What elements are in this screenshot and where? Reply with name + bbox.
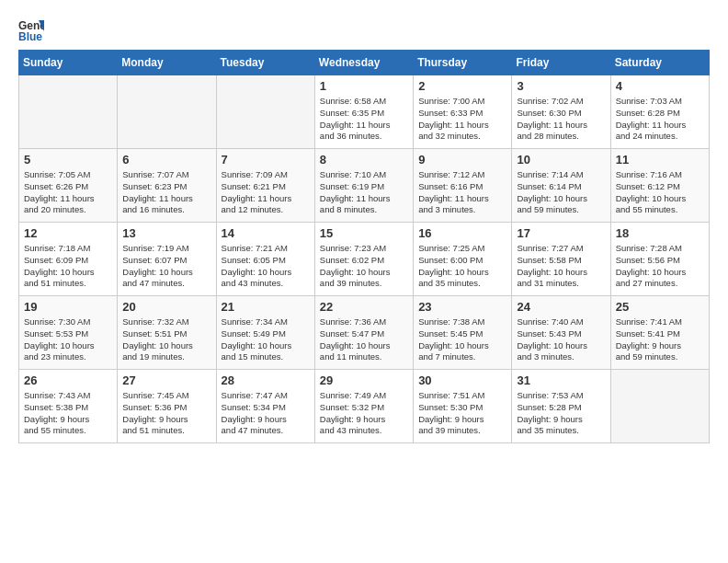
day-number: 11: [616, 153, 704, 167]
day-number: 25: [616, 300, 704, 314]
day-info: Sunrise: 7:07 AM Sunset: 6:23 PM Dayligh…: [122, 169, 210, 216]
calendar-cell: 21Sunrise: 7:34 AM Sunset: 5:49 PM Dayli…: [216, 296, 314, 370]
day-number: 14: [222, 226, 310, 240]
calendar-cell: 14Sunrise: 7:21 AM Sunset: 6:05 PM Dayli…: [216, 223, 314, 296]
logo: General Blue: [18, 17, 48, 42]
day-info: Sunrise: 7:53 AM Sunset: 5:28 PM Dayligh…: [517, 390, 605, 437]
day-info: Sunrise: 7:03 AM Sunset: 6:28 PM Dayligh…: [616, 96, 704, 143]
day-info: Sunrise: 7:25 AM Sunset: 6:00 PM Dayligh…: [418, 243, 506, 290]
calendar-cell: 6Sunrise: 7:07 AM Sunset: 6:23 PM Daylig…: [118, 149, 216, 223]
day-number: 19: [24, 300, 112, 314]
day-number: 21: [222, 300, 310, 314]
day-number: 6: [122, 153, 210, 167]
day-number: 16: [418, 226, 506, 240]
day-info: Sunrise: 7:36 AM Sunset: 5:47 PM Dayligh…: [320, 316, 408, 363]
day-number: 29: [320, 373, 408, 387]
day-number: 10: [517, 153, 605, 167]
day-info: Sunrise: 7:21 AM Sunset: 6:05 PM Dayligh…: [222, 243, 310, 290]
day-number: 2: [418, 79, 506, 93]
day-info: Sunrise: 7:45 AM Sunset: 5:36 PM Dayligh…: [122, 390, 210, 437]
day-info: Sunrise: 7:19 AM Sunset: 6:07 PM Dayligh…: [122, 243, 210, 290]
day-number: 7: [222, 153, 310, 167]
calendar-cell: [216, 75, 314, 149]
calendar-cell: 5Sunrise: 7:05 AM Sunset: 6:26 PM Daylig…: [19, 149, 118, 223]
weekday-header-friday: Friday: [512, 51, 610, 75]
day-info: Sunrise: 7:40 AM Sunset: 5:43 PM Dayligh…: [517, 316, 605, 363]
week-row-2: 5Sunrise: 7:05 AM Sunset: 6:26 PM Daylig…: [19, 149, 710, 223]
weekday-header-sunday: Sunday: [19, 51, 118, 75]
day-info: Sunrise: 7:23 AM Sunset: 6:02 PM Dayligh…: [320, 243, 408, 290]
day-info: Sunrise: 7:51 AM Sunset: 5:30 PM Dayligh…: [418, 390, 506, 437]
day-info: Sunrise: 7:27 AM Sunset: 5:58 PM Dayligh…: [517, 243, 605, 290]
day-number: 27: [122, 373, 210, 387]
day-info: Sunrise: 7:14 AM Sunset: 6:14 PM Dayligh…: [517, 169, 605, 216]
calendar-cell: 7Sunrise: 7:09 AM Sunset: 6:21 PM Daylig…: [216, 149, 314, 223]
day-info: Sunrise: 7:49 AM Sunset: 5:32 PM Dayligh…: [320, 390, 408, 437]
weekday-header-tuesday: Tuesday: [216, 51, 314, 75]
calendar-cell: 12Sunrise: 7:18 AM Sunset: 6:09 PM Dayli…: [19, 223, 118, 296]
calendar-cell: 10Sunrise: 7:14 AM Sunset: 6:14 PM Dayli…: [512, 149, 610, 223]
day-number: 12: [24, 226, 112, 240]
day-number: 13: [122, 226, 210, 240]
calendar-cell: 27Sunrise: 7:45 AM Sunset: 5:36 PM Dayli…: [118, 370, 216, 443]
day-info: Sunrise: 7:34 AM Sunset: 5:49 PM Dayligh…: [222, 316, 310, 363]
day-info: Sunrise: 7:10 AM Sunset: 6:19 PM Dayligh…: [320, 169, 408, 216]
day-info: Sunrise: 7:16 AM Sunset: 6:12 PM Dayligh…: [616, 169, 704, 216]
logo-icon: General Blue: [18, 17, 44, 42]
calendar-cell: 29Sunrise: 7:49 AM Sunset: 5:32 PM Dayli…: [314, 370, 413, 443]
calendar-cell: 16Sunrise: 7:25 AM Sunset: 6:00 PM Dayli…: [414, 223, 512, 296]
week-row-1: 1Sunrise: 6:58 AM Sunset: 6:35 PM Daylig…: [19, 75, 710, 149]
day-number: 31: [517, 373, 605, 387]
weekday-header-thursday: Thursday: [414, 51, 512, 75]
day-info: Sunrise: 7:47 AM Sunset: 5:34 PM Dayligh…: [222, 390, 310, 437]
day-number: 23: [418, 300, 506, 314]
calendar-cell: 3Sunrise: 7:02 AM Sunset: 6:30 PM Daylig…: [512, 75, 610, 149]
day-number: 18: [616, 226, 704, 240]
day-info: Sunrise: 7:05 AM Sunset: 6:26 PM Dayligh…: [24, 169, 112, 216]
day-number: 8: [320, 153, 408, 167]
calendar-cell: 22Sunrise: 7:36 AM Sunset: 5:47 PM Dayli…: [314, 296, 413, 370]
calendar-cell: 28Sunrise: 7:47 AM Sunset: 5:34 PM Dayli…: [216, 370, 314, 443]
day-number: 22: [320, 300, 408, 314]
week-row-5: 26Sunrise: 7:43 AM Sunset: 5:38 PM Dayli…: [19, 370, 710, 443]
day-number: 4: [616, 79, 704, 93]
calendar-cell: [610, 370, 709, 443]
calendar-cell: [118, 75, 216, 149]
calendar-cell: 13Sunrise: 7:19 AM Sunset: 6:07 PM Dayli…: [118, 223, 216, 296]
day-number: 1: [320, 79, 408, 93]
calendar-cell: 9Sunrise: 7:12 AM Sunset: 6:16 PM Daylig…: [414, 149, 512, 223]
week-row-3: 12Sunrise: 7:18 AM Sunset: 6:09 PM Dayli…: [19, 223, 710, 296]
calendar-cell: 23Sunrise: 7:38 AM Sunset: 5:45 PM Dayli…: [414, 296, 512, 370]
page: General Blue SundayMondayTuesdayWednesda…: [0, 0, 728, 453]
day-number: 20: [122, 300, 210, 314]
calendar-cell: 19Sunrise: 7:30 AM Sunset: 5:53 PM Dayli…: [19, 296, 118, 370]
day-info: Sunrise: 7:18 AM Sunset: 6:09 PM Dayligh…: [24, 243, 112, 290]
day-info: Sunrise: 7:38 AM Sunset: 5:45 PM Dayligh…: [418, 316, 506, 363]
calendar-cell: 1Sunrise: 6:58 AM Sunset: 6:35 PM Daylig…: [314, 75, 413, 149]
day-number: 17: [517, 226, 605, 240]
calendar-cell: 18Sunrise: 7:28 AM Sunset: 5:56 PM Dayli…: [610, 223, 709, 296]
calendar-cell: 20Sunrise: 7:32 AM Sunset: 5:51 PM Dayli…: [118, 296, 216, 370]
day-number: 5: [24, 153, 112, 167]
calendar-cell: 26Sunrise: 7:43 AM Sunset: 5:38 PM Dayli…: [19, 370, 118, 443]
calendar-cell: 30Sunrise: 7:51 AM Sunset: 5:30 PM Dayli…: [414, 370, 512, 443]
day-info: Sunrise: 7:30 AM Sunset: 5:53 PM Dayligh…: [24, 316, 112, 363]
calendar-cell: 17Sunrise: 7:27 AM Sunset: 5:58 PM Dayli…: [512, 223, 610, 296]
weekday-header-wednesday: Wednesday: [314, 51, 413, 75]
day-number: 30: [418, 373, 506, 387]
day-info: Sunrise: 7:02 AM Sunset: 6:30 PM Dayligh…: [517, 96, 605, 143]
day-info: Sunrise: 7:09 AM Sunset: 6:21 PM Dayligh…: [222, 169, 310, 216]
calendar-cell: 25Sunrise: 7:41 AM Sunset: 5:41 PM Dayli…: [610, 296, 709, 370]
calendar-cell: 2Sunrise: 7:00 AM Sunset: 6:33 PM Daylig…: [414, 75, 512, 149]
day-info: Sunrise: 7:00 AM Sunset: 6:33 PM Dayligh…: [418, 96, 506, 143]
weekday-header-row: SundayMondayTuesdayWednesdayThursdayFrid…: [19, 51, 710, 75]
day-number: 24: [517, 300, 605, 314]
weekday-header-saturday: Saturday: [610, 51, 709, 75]
week-row-4: 19Sunrise: 7:30 AM Sunset: 5:53 PM Dayli…: [19, 296, 710, 370]
day-number: 26: [24, 373, 112, 387]
day-number: 3: [517, 79, 605, 93]
calendar-cell: [19, 75, 118, 149]
calendar-cell: 24Sunrise: 7:40 AM Sunset: 5:43 PM Dayli…: [512, 296, 610, 370]
calendar-cell: 8Sunrise: 7:10 AM Sunset: 6:19 PM Daylig…: [314, 149, 413, 223]
svg-text:Blue: Blue: [18, 30, 42, 42]
